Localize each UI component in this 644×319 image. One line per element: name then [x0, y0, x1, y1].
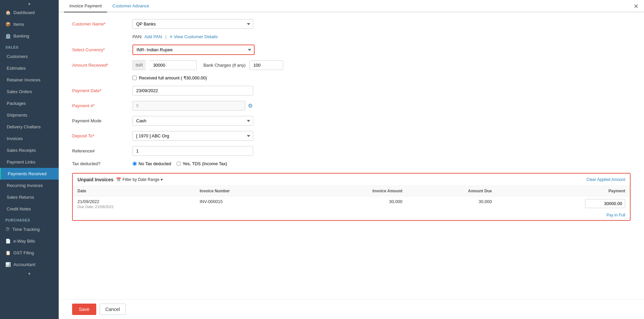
deposit-to-select[interactable]: [ 1970 ] ABC Org [132, 131, 253, 141]
payment-date-label: Payment Date* [72, 88, 132, 93]
sidebar-scroll-down[interactable]: ▼ [0, 270, 59, 277]
currency-label: Select Currency* [72, 47, 132, 52]
sidebar-item-customers[interactable]: Customers [0, 51, 59, 62]
amount-received-label: Amount Received* [72, 63, 132, 68]
amount-prefix: INR [132, 60, 146, 70]
sidebar-item-retainer-invoices[interactable]: Retainer Invoices [0, 74, 59, 86]
sidebar-item-banking[interactable]: 🏦 Banking [0, 30, 59, 42]
col-amount-due: Amount Due [407, 186, 497, 196]
pan-separator: | [165, 34, 166, 39]
sidebar-item-sales-orders[interactable]: Sales Orders [0, 86, 59, 98]
pay-in-full-row: Pay in Full [73, 211, 630, 220]
tax-deducted-label: Tax deducted? [72, 161, 132, 166]
customer-name-row: Customer Name* QP Banks [72, 19, 631, 29]
deposit-to-label: Deposit To* [72, 133, 132, 138]
sidebar-item-time-tracking[interactable]: ⏱ Time Tracking [0, 224, 59, 235]
sidebar-scroll-up[interactable]: ▲ [0, 0, 59, 7]
payment-amount-cell [497, 196, 630, 212]
pay-in-full-button[interactable]: Pay in Full [606, 213, 625, 217]
pan-label: PAN: [132, 34, 142, 39]
sidebar-item-dashboard[interactable]: 🏠 Dashboard [0, 7, 59, 18]
bank-charges-label: Bank Charges (if any) [203, 63, 246, 68]
clear-applied-amount-button[interactable]: Clear Applied Amount [587, 177, 625, 182]
unpaid-invoices-table: Date Invoice Number Invoice Amount Amoun… [73, 186, 630, 211]
sidebar-item-eway-bills[interactable]: 📄 e-Way Bills [0, 235, 59, 247]
received-full-amount-row: Received full amount ( ₹30,000.00) [132, 75, 631, 80]
view-customer-link[interactable]: ≡ View Customer Details [170, 34, 218, 39]
col-payment: Payment [497, 186, 630, 196]
unpaid-invoices-title: Unpaid Invoices 📅 Filter by Date Range ▾ [77, 177, 163, 182]
currency-select[interactable]: INR- Indian Rupee [133, 45, 254, 54]
payment-mode-row: Payment Mode Cash [72, 116, 631, 126]
sidebar-item-packages[interactable]: Packages [0, 98, 59, 109]
unpaid-table-header: Date Invoice Number Invoice Amount Amoun… [73, 186, 630, 196]
invoice-number-cell: INV-000015 [195, 196, 301, 212]
amount-received-row: Amount Received* INR Bank Charges (if an… [72, 60, 631, 70]
sidebar-item-shipments[interactable]: Shipments [0, 109, 59, 121]
payment-amount-input[interactable] [585, 199, 625, 208]
received-full-amount-checkbox[interactable] [132, 76, 137, 80]
reference-row: Reference# [72, 146, 631, 156]
sales-section-label: Sales [0, 42, 59, 51]
add-pan-link[interactable]: Add PAN [144, 34, 162, 39]
tab-invoice-payment[interactable]: Invoice Payment [64, 0, 107, 12]
view-customer-icon: ≡ [170, 34, 172, 39]
received-full-amount-label: Received full amount ( ₹30,000.00) [139, 75, 207, 80]
sidebar-item-items[interactable]: 📦 Items [0, 18, 59, 30]
main-content: Invoice Payment Customer Advance ✕ Custo… [59, 0, 644, 319]
sidebar-item-payment-links[interactable]: Payment Links [0, 156, 59, 168]
cancel-button[interactable]: Cancel [100, 304, 126, 315]
sidebar-item-recurring-invoices[interactable]: Recurring Invoices [0, 180, 59, 191]
customer-name-select[interactable]: QP Banks [132, 19, 253, 29]
tax-no-radio[interactable] [132, 162, 137, 166]
tax-deducted-row: Tax deducted? No Tax deducted Yes, TDS (… [72, 161, 631, 166]
modal-container: Invoice Payment Customer Advance ✕ Custo… [59, 0, 644, 319]
table-row: 21/09/2022 Due Date: 21/09/2022 INV-0000… [73, 196, 630, 212]
payment-mode-label: Payment Mode [72, 118, 132, 123]
sidebar-item-credit-notes[interactable]: Credit Notes [0, 203, 59, 215]
col-invoice-amount: Invoice Amount [301, 186, 407, 196]
tax-yes-option[interactable]: Yes, TDS (Income Tax) [176, 161, 227, 166]
deposit-to-row: Deposit To* [ 1970 ] ABC Org [72, 131, 631, 141]
form-footer: Save Cancel [59, 299, 644, 319]
purchases-section-label: Purchases [0, 215, 59, 224]
customer-name-label: Customer Name* [72, 21, 132, 26]
unpaid-table-body: 21/09/2022 Due Date: 21/09/2022 INV-0000… [73, 196, 630, 212]
sidebar: ▲ 🏠 Dashboard 📦 Items 🏦 Banking Sales Cu… [0, 0, 59, 319]
sidebar-item-sales-returns[interactable]: Sales Returns [0, 191, 59, 203]
form-body: Customer Name* QP Banks PAN: Add PAN | ≡… [59, 12, 644, 299]
payment-mode-select[interactable]: Cash [132, 116, 253, 126]
tab-customer-advance[interactable]: Customer Advance [107, 0, 155, 12]
sidebar-item-gst-filing[interactable]: 📋 GST Filing [0, 247, 59, 259]
amount-fields: INR Bank Charges (if any) [132, 60, 283, 70]
close-button[interactable]: ✕ [634, 3, 639, 10]
save-button[interactable]: Save [72, 304, 96, 315]
accountant-icon: 📊 [5, 262, 11, 267]
invoice-date: 21/09/2022 [77, 199, 190, 204]
banking-icon: 🏦 [5, 34, 11, 39]
tax-radio-group: No Tax deducted Yes, TDS (Income Tax) [132, 161, 227, 166]
sidebar-item-payments-received[interactable]: Payments Received [0, 168, 59, 180]
payment-number-input[interactable] [132, 101, 245, 111]
payment-date-input[interactable] [132, 86, 253, 95]
sidebar-item-sales-receipts[interactable]: Sales Receipts [0, 144, 59, 156]
sidebar-item-estimates[interactable]: Estimates [0, 62, 59, 74]
tax-no-option[interactable]: No Tax deducted [132, 161, 171, 166]
currency-row: Select Currency* INR- Indian Rupee [72, 45, 631, 55]
chevron-down-icon: ▾ [161, 177, 163, 182]
reference-input[interactable] [132, 146, 253, 156]
unpaid-invoices-section: Unpaid Invoices 📅 Filter by Date Range ▾… [72, 173, 631, 221]
amount-due-cell: 30,000 [407, 196, 497, 212]
filter-date-range-button[interactable]: 📅 Filter by Date Range ▾ [116, 177, 163, 182]
invoice-amount-cell: 30,000 [301, 196, 407, 212]
amount-input[interactable] [150, 60, 197, 70]
sidebar-item-invoices[interactable]: Invoices [0, 133, 59, 144]
dashboard-icon: 🏠 [5, 10, 11, 15]
sidebar-item-accountant[interactable]: 📊 Accountant [0, 259, 59, 270]
bank-charges-input[interactable] [250, 60, 283, 70]
payment-number-label: Payment #* [72, 103, 132, 108]
gear-icon[interactable]: ⚙ [248, 103, 253, 109]
tax-yes-radio[interactable] [176, 162, 181, 166]
sidebar-item-delivery-challans[interactable]: Delivery Challans [0, 121, 59, 133]
unpaid-invoices-header: Unpaid Invoices 📅 Filter by Date Range ▾… [73, 174, 630, 186]
